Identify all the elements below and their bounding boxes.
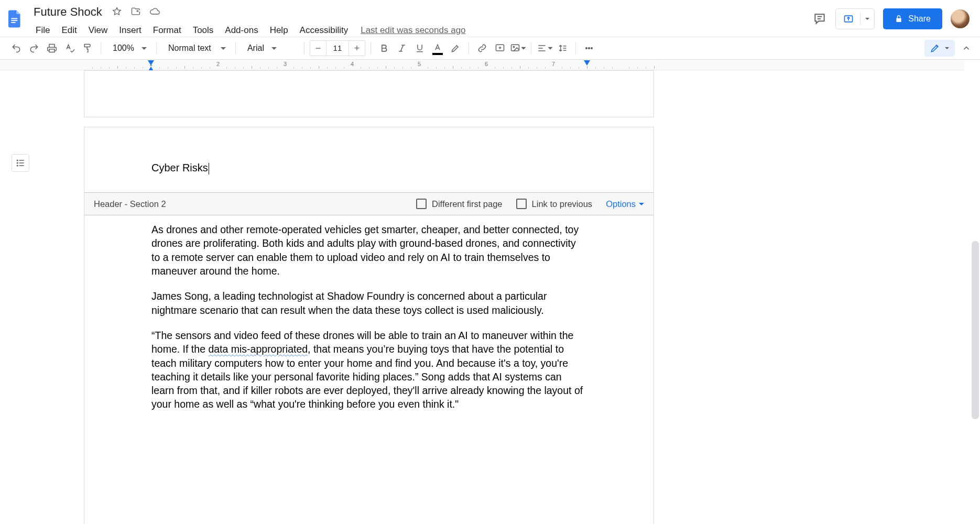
insert-image-button[interactable] xyxy=(510,40,526,56)
avatar[interactable] xyxy=(951,9,970,28)
italic-button[interactable] xyxy=(394,40,410,56)
menu-format[interactable]: Format xyxy=(148,23,187,38)
menu-addons[interactable]: Add-ons xyxy=(220,23,263,38)
outline-button[interactable] xyxy=(12,154,29,172)
chevron-down-icon xyxy=(271,47,277,50)
current-page[interactable]: Cyber Risks Header - Section 2 Different… xyxy=(84,127,654,524)
prev-page-bottom[interactable] xyxy=(84,70,654,117)
svg-rect-0 xyxy=(11,18,17,19)
svg-line-8 xyxy=(400,45,403,51)
ruler-number: 7 xyxy=(552,61,555,67)
paint-format-button[interactable] xyxy=(80,40,95,56)
header-text: Cyber Risks xyxy=(151,162,208,173)
ruler-number: 3 xyxy=(284,61,287,67)
svg-point-22 xyxy=(589,48,590,49)
paragraph: James Song, a leading technologist at Sh… xyxy=(151,289,586,317)
chevron-down-icon xyxy=(141,47,147,50)
insert-comment-button[interactable] xyxy=(492,40,508,56)
font-size-decrease[interactable]: − xyxy=(310,41,326,56)
font-size-increase[interactable]: + xyxy=(349,41,365,56)
svg-point-21 xyxy=(586,48,587,49)
title-bar: Future Shock File Edit View Insert Forma… xyxy=(0,0,980,37)
highlight-button[interactable] xyxy=(448,40,463,56)
title-column: Future Shock File Edit View Insert Forma… xyxy=(29,4,466,38)
chevron-down-icon xyxy=(521,46,526,50)
move-icon[interactable] xyxy=(130,6,141,18)
svg-point-27 xyxy=(17,160,18,161)
undo-button[interactable] xyxy=(8,40,24,56)
editing-mode-button[interactable] xyxy=(924,40,955,57)
workspace: 1234567 Cyber Risks Header - Section 2 D… xyxy=(0,60,964,524)
text-cursor xyxy=(209,163,209,174)
ruler[interactable]: 1234567 xyxy=(0,60,964,70)
scrollbar-thumb[interactable] xyxy=(972,241,979,419)
checkbox-icon xyxy=(516,199,527,209)
bold-button[interactable] xyxy=(376,40,392,56)
more-button[interactable] xyxy=(581,40,597,56)
star-icon[interactable] xyxy=(112,6,122,18)
present-button[interactable] xyxy=(835,8,875,29)
comment-history-button[interactable] xyxy=(812,12,827,26)
ruler-number: 5 xyxy=(418,61,421,67)
different-first-page-checkbox[interactable]: Different first page xyxy=(416,199,503,209)
document-body[interactable]: As drones and other remote-operated vehi… xyxy=(151,223,586,423)
grammar-suggestion[interactable]: data mis-appropriated xyxy=(208,343,308,355)
redo-button[interactable] xyxy=(26,40,42,56)
spellcheck-button[interactable] xyxy=(62,40,78,56)
share-label: Share xyxy=(908,14,931,24)
collapse-toolbar-button[interactable] xyxy=(958,40,975,57)
style-select[interactable]: Normal text xyxy=(162,40,230,56)
menu-view[interactable]: View xyxy=(83,23,113,38)
align-button[interactable] xyxy=(537,40,552,56)
link-to-previous-checkbox[interactable]: Link to previous xyxy=(516,199,593,209)
chevron-down-icon xyxy=(944,46,950,51)
zoom-select[interactable]: 100% xyxy=(106,40,151,56)
share-button[interactable]: Share xyxy=(883,8,942,29)
header-toolbar: Header - Section 2 Different first page … xyxy=(84,192,654,215)
menu-tools[interactable]: Tools xyxy=(188,23,219,38)
header-section-label: Header - Section 2 xyxy=(94,199,166,209)
menu-help[interactable]: Help xyxy=(265,23,293,38)
cloud-status-icon[interactable] xyxy=(149,6,160,18)
last-edit-link[interactable]: Last edit was seconds ago xyxy=(361,25,465,36)
font-size-group: − 11 + xyxy=(310,40,365,56)
toolbar: 100% Normal text Arial − 11 + xyxy=(0,37,980,60)
print-button[interactable] xyxy=(44,40,60,56)
chevron-down-icon[interactable] xyxy=(865,16,870,21)
svg-rect-2 xyxy=(11,22,15,23)
header-content[interactable]: Cyber Risks xyxy=(151,162,209,174)
right-indent-marker[interactable] xyxy=(584,60,590,67)
menu-accessibility[interactable]: Accessibility xyxy=(295,23,354,38)
svg-rect-1 xyxy=(11,20,17,21)
ruler-number: 6 xyxy=(485,61,488,67)
svg-point-29 xyxy=(17,165,18,166)
menu-edit[interactable]: Edit xyxy=(56,23,82,38)
pencil-icon xyxy=(930,43,940,53)
svg-point-23 xyxy=(591,48,593,49)
doc-title[interactable]: Future Shock xyxy=(31,4,104,20)
page-area: Cyber Risks Header - Section 2 Different… xyxy=(84,70,654,524)
ruler-number: 2 xyxy=(216,61,220,67)
header-options-button[interactable]: Options xyxy=(606,199,644,209)
checkbox-icon xyxy=(416,199,427,209)
docs-logo[interactable] xyxy=(4,5,25,32)
paragraph: “The sensors and video feed of these dro… xyxy=(151,329,586,411)
chevron-down-icon xyxy=(639,203,644,205)
chevron-down-icon xyxy=(221,47,226,50)
menu-insert[interactable]: Insert xyxy=(114,23,147,38)
chevron-down-icon xyxy=(548,46,552,50)
line-spacing-button[interactable] xyxy=(554,40,570,56)
font-size-input[interactable]: 11 xyxy=(326,41,349,56)
menu-bar: File Edit View Insert Format Tools Add-o… xyxy=(29,20,466,38)
svg-point-14 xyxy=(513,46,515,48)
paragraph: As drones and other remote-operated vehi… xyxy=(151,223,586,278)
svg-point-28 xyxy=(17,162,18,163)
font-select[interactable]: Arial xyxy=(241,40,299,56)
text-color-button[interactable] xyxy=(430,40,445,56)
insert-link-button[interactable] xyxy=(474,40,490,56)
underline-button[interactable] xyxy=(412,40,428,56)
ruler-number: 4 xyxy=(351,61,354,67)
lock-icon xyxy=(895,15,903,23)
menu-file[interactable]: File xyxy=(30,23,55,38)
